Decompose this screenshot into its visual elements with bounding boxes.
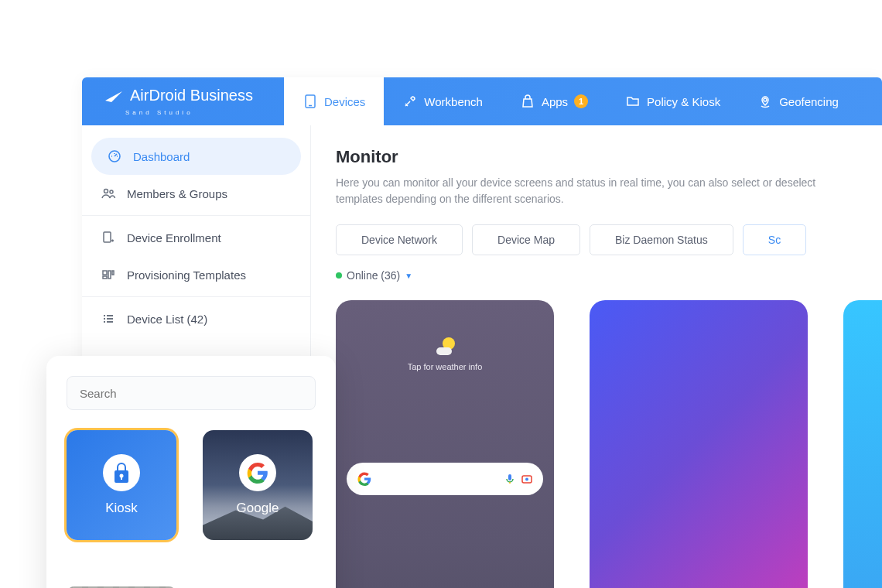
tabs: Device Network Device Map Biz Daemon Sta… — [336, 224, 857, 255]
sidebar-devicelist-label: Device List (42) — [127, 313, 207, 326]
nav-policy-label: Policy & Kiosk — [647, 95, 720, 108]
nav-apps-label: Apps — [542, 95, 568, 108]
top-nav: Devices Workbench Apps 1 Policy & Kiosk … — [284, 77, 857, 125]
nav-workbench[interactable]: Workbench — [384, 77, 501, 125]
floating-app-panel: Kiosk Google — [46, 356, 336, 588]
tablet-icon — [303, 94, 318, 109]
page-desc: Here you can monitor all your device scr… — [336, 175, 857, 207]
sidebar-members-label: Members & Groups — [127, 187, 227, 200]
gauge-icon — [107, 149, 122, 164]
geo-icon — [757, 94, 773, 109]
device-screen[interactable]: Clock 25°CWeather File Manager i Music i… — [590, 300, 808, 588]
svg-rect-10 — [112, 271, 114, 275]
topbar: AirDroid Business Sand Studio Devices Wo… — [82, 77, 882, 125]
lock-icon — [103, 454, 140, 491]
apps-badge: 1 — [574, 94, 588, 108]
devices-grid: Tap for weather info 10Calendar Gallery … — [336, 300, 857, 588]
brand-name: AirDroid Business — [130, 87, 253, 104]
svg-rect-9 — [108, 271, 111, 279]
svg-point-2 — [764, 98, 767, 101]
search-input[interactable] — [67, 376, 316, 410]
folder-icon — [625, 94, 641, 109]
app-card-google[interactable]: Google — [203, 430, 313, 540]
sidebar-enrollment[interactable]: Device Enrollment — [82, 219, 310, 256]
device-screen[interactable]: Tap for weather info 10Calendar Gallery … — [336, 300, 554, 588]
status-label: Online (36) — [347, 269, 400, 282]
nav-apps[interactable]: Apps 1 — [501, 77, 607, 125]
tools-icon — [402, 94, 418, 109]
sidebar-dashboard-label: Dashboard — [133, 150, 190, 163]
google-g-icon — [357, 472, 371, 486]
weather-label: Tap for weather info — [408, 362, 483, 371]
main-content: Monitor Here you can monitor all your de… — [311, 125, 882, 588]
sidebar-dashboard[interactable]: Dashboard — [91, 138, 301, 175]
tab-map[interactable]: Device Map — [472, 224, 580, 255]
brand-sub: Sand Studio — [125, 109, 193, 116]
device-plus-icon — [101, 230, 116, 245]
people-icon — [101, 186, 116, 201]
google-search-bar — [347, 463, 543, 495]
tab-screen[interactable]: Sc — [743, 224, 806, 255]
svg-rect-8 — [103, 276, 107, 279]
weather-icon — [435, 337, 455, 357]
nav-geofencing[interactable]: Geofencing — [739, 77, 857, 125]
status-filter[interactable]: Online (36) ▼ — [336, 269, 857, 282]
app-card-label: Kiosk — [105, 501, 138, 516]
templates-icon — [101, 267, 116, 282]
nav-devices[interactable]: Devices — [284, 77, 384, 125]
weather-widget: Tap for weather info — [336, 337, 554, 371]
online-dot-icon — [336, 272, 342, 279]
sidebar-devicelist[interactable]: Device List (42) — [82, 300, 310, 337]
bag-icon — [520, 94, 535, 109]
tab-network[interactable]: Device Network — [336, 224, 463, 255]
svg-rect-11 — [508, 474, 511, 480]
nav-policy[interactable]: Policy & Kiosk — [607, 77, 739, 125]
lens-icon — [521, 473, 532, 484]
svg-rect-25 — [121, 477, 122, 480]
chevron-down-icon: ▼ — [405, 272, 412, 280]
sidebar-enrollment-label: Device Enrollment — [127, 231, 221, 244]
nav-geofencing-label: Geofencing — [779, 95, 839, 108]
device-screen[interactable] — [843, 300, 882, 588]
svg-point-5 — [110, 190, 113, 193]
brand-logo: AirDroid Business Sand Studio — [104, 87, 253, 116]
svg-point-4 — [104, 190, 108, 193]
list-icon — [101, 311, 116, 326]
svg-rect-7 — [103, 271, 107, 275]
app-card-label: Google — [237, 501, 279, 516]
svg-point-14 — [525, 478, 528, 481]
nav-workbench-label: Workbench — [424, 95, 483, 108]
mic-icon — [504, 473, 515, 484]
sidebar-provisioning[interactable]: Provisioning Templates — [82, 256, 310, 293]
sidebar-provisioning-label: Provisioning Templates — [127, 268, 246, 282]
sidebar-members[interactable]: Members & Groups — [82, 175, 310, 212]
svg-rect-6 — [104, 232, 111, 242]
app-card-kiosk[interactable]: Kiosk — [67, 430, 176, 540]
nav-devices-label: Devices — [324, 95, 365, 108]
google-icon — [239, 454, 276, 491]
page-title: Monitor — [336, 147, 857, 167]
tab-biz[interactable]: Biz Daemon Status — [590, 224, 733, 255]
